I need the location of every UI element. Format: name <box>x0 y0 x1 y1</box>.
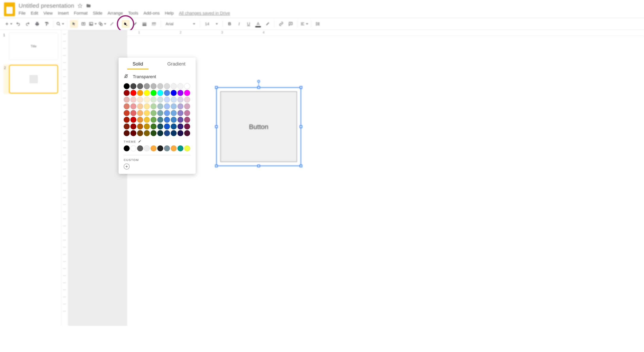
drive-save-status[interactable]: All changes saved in Drive <box>179 11 230 16</box>
color-swatch[interactable] <box>144 110 150 116</box>
text-color-button[interactable]: A <box>254 20 262 28</box>
color-swatch[interactable] <box>164 83 170 89</box>
color-swatch[interactable] <box>178 130 184 136</box>
bold-button[interactable]: B <box>226 20 234 28</box>
color-swatch[interactable] <box>144 103 150 109</box>
fill-color-button[interactable] <box>122 20 130 28</box>
shape-rectangle[interactable]: Button <box>220 91 297 162</box>
color-swatch[interactable] <box>150 83 156 89</box>
undo-button[interactable] <box>14 20 22 28</box>
selected-shape[interactable]: Button <box>216 87 301 166</box>
color-swatch[interactable] <box>171 97 177 103</box>
color-swatch[interactable] <box>150 117 156 123</box>
color-swatch[interactable] <box>150 103 156 109</box>
paint-format-button[interactable] <box>43 20 50 28</box>
menu-arrange[interactable]: Arrange <box>108 11 123 16</box>
font-size-select[interactable]: 14 <box>203 20 220 28</box>
color-swatch[interactable] <box>184 124 190 129</box>
color-swatch[interactable] <box>130 124 136 129</box>
color-swatch[interactable] <box>178 97 184 103</box>
color-swatch[interactable] <box>130 83 136 89</box>
menu-view[interactable]: View <box>43 11 52 16</box>
redo-button[interactable] <box>24 20 32 28</box>
color-swatch[interactable] <box>157 130 163 136</box>
add-comment-button[interactable] <box>287 20 295 28</box>
color-swatch[interactable] <box>157 124 163 129</box>
picker-tab-gradient[interactable]: Gradient <box>157 58 196 69</box>
insert-image-button[interactable] <box>89 20 97 28</box>
menu-format[interactable]: Format <box>74 11 88 16</box>
color-swatch[interactable] <box>157 117 163 123</box>
color-swatch[interactable] <box>144 97 150 103</box>
color-swatch[interactable] <box>144 90 150 96</box>
theme-color-swatch[interactable] <box>130 145 136 151</box>
resize-handle-bottom-right[interactable] <box>300 165 302 167</box>
theme-color-swatch[interactable] <box>178 145 184 151</box>
color-swatch[interactable] <box>178 110 184 116</box>
color-swatch[interactable] <box>184 110 190 116</box>
color-swatch[interactable] <box>171 83 177 89</box>
color-swatch[interactable] <box>150 124 156 129</box>
color-swatch[interactable] <box>130 97 136 103</box>
color-swatch[interactable] <box>124 117 130 123</box>
color-swatch[interactable] <box>124 103 130 109</box>
edit-theme-icon[interactable] <box>138 140 141 144</box>
rotation-handle[interactable] <box>257 80 260 83</box>
color-swatch[interactable] <box>178 90 184 96</box>
color-swatch[interactable] <box>171 90 177 96</box>
resize-handle-top-center[interactable] <box>257 86 260 89</box>
color-swatch[interactable] <box>130 130 136 136</box>
transparent-option[interactable]: Transparent <box>124 73 190 83</box>
color-swatch[interactable] <box>150 97 156 103</box>
color-swatch[interactable] <box>164 90 170 96</box>
color-swatch[interactable] <box>124 90 130 96</box>
theme-color-swatch[interactable] <box>184 145 190 151</box>
color-swatch[interactable] <box>178 83 184 89</box>
zoom-button[interactable] <box>56 20 64 28</box>
menu-help[interactable]: Help <box>165 11 174 16</box>
color-swatch[interactable] <box>137 110 143 116</box>
resize-handle-bottom-center[interactable] <box>257 165 260 167</box>
resize-handle-bottom-left[interactable] <box>215 165 218 167</box>
color-swatch[interactable] <box>130 103 136 109</box>
color-swatch[interactable] <box>171 103 177 109</box>
slide-thumbnail[interactable]: 2 <box>3 64 58 94</box>
theme-color-swatch[interactable] <box>164 145 170 151</box>
color-swatch[interactable] <box>178 117 184 123</box>
italic-button[interactable]: I <box>235 20 243 28</box>
menu-slide[interactable]: Slide <box>93 11 102 16</box>
textbox-button[interactable] <box>80 20 87 28</box>
color-swatch[interactable] <box>171 110 177 116</box>
color-swatch[interactable] <box>178 103 184 109</box>
color-swatch[interactable] <box>137 103 143 109</box>
color-swatch[interactable] <box>144 130 150 136</box>
color-swatch[interactable] <box>157 90 163 96</box>
theme-color-swatch[interactable] <box>124 145 130 151</box>
line-spacing-button[interactable] <box>314 20 322 28</box>
color-swatch[interactable] <box>164 124 170 129</box>
resize-handle-top-left[interactable] <box>215 86 218 89</box>
document-title[interactable]: Untitled presentation <box>18 2 74 9</box>
color-swatch[interactable] <box>157 83 163 89</box>
star-icon[interactable] <box>78 3 82 8</box>
color-swatch[interactable] <box>184 130 190 136</box>
select-tool-button[interactable] <box>70 20 78 28</box>
font-family-select[interactable]: Arial <box>164 20 197 28</box>
menu-insert[interactable]: Insert <box>58 11 69 16</box>
color-swatch[interactable] <box>164 110 170 116</box>
color-swatch[interactable] <box>184 90 190 96</box>
underline-button[interactable]: U <box>245 20 252 28</box>
color-swatch[interactable] <box>184 117 190 123</box>
folder-move-icon[interactable] <box>86 3 91 8</box>
menu-edit[interactable]: Edit <box>31 11 38 16</box>
color-swatch[interactable] <box>178 124 184 129</box>
color-swatch[interactable] <box>164 97 170 103</box>
shape-button[interactable] <box>98 20 106 28</box>
color-swatch[interactable] <box>157 103 163 109</box>
theme-color-swatch[interactable] <box>157 145 163 151</box>
color-swatch[interactable] <box>171 130 177 136</box>
insert-link-button[interactable] <box>277 20 285 28</box>
color-swatch[interactable] <box>157 97 163 103</box>
color-swatch[interactable] <box>137 83 143 89</box>
align-button[interactable] <box>300 20 308 28</box>
